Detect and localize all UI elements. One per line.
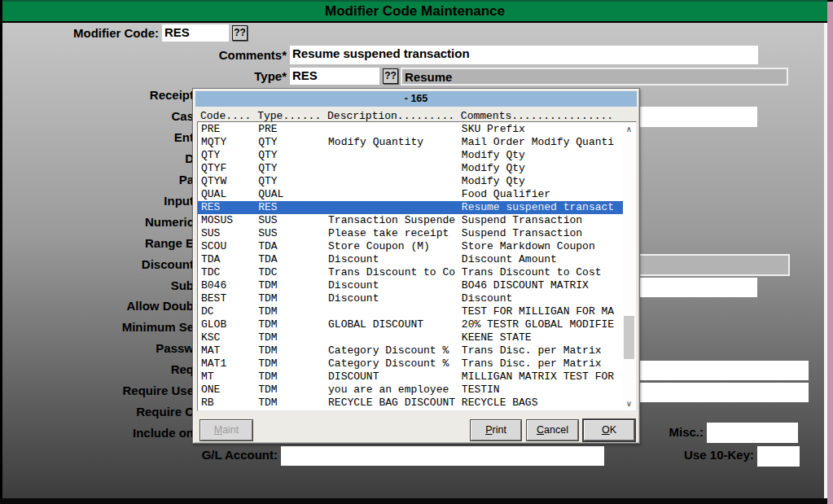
bottom-border xyxy=(0,498,827,504)
comments-label: Comments* xyxy=(195,48,287,62)
form-label-truncated: Range E xyxy=(31,236,194,250)
cancel-button[interactable]: Cancel xyxy=(527,420,578,440)
ok-button[interactable]: OK xyxy=(584,420,634,440)
use-10key-label: Use 10-Key: xyxy=(619,448,754,462)
maint-button: Maint xyxy=(200,420,252,440)
type-description-field: Resume xyxy=(401,68,788,85)
list-row[interactable]: PRE PRE SKU Prefix xyxy=(198,123,623,136)
form-label-truncated: Input xyxy=(31,194,194,208)
gl-account-input[interactable] xyxy=(281,446,604,466)
modifier-code-label: Modifier Code: xyxy=(33,26,159,40)
scroll-down-icon[interactable]: ∨ xyxy=(623,398,635,409)
modifier-code-lookup-button[interactable]: ?? xyxy=(232,25,248,41)
right-edge-strip xyxy=(827,2,833,504)
window-title: Modifier Code Maintenance xyxy=(2,2,827,21)
misc-input[interactable] xyxy=(707,423,798,443)
form-label-truncated: D xyxy=(31,151,194,165)
form-label-truncated: Allow Doub xyxy=(31,299,194,313)
form-label-truncated: Minimum Se xyxy=(31,320,194,334)
form-label-truncated: Require C xyxy=(31,405,194,419)
form-label-truncated: Discount xyxy=(31,257,194,271)
list-row[interactable]: BEST TDM Discount Discount xyxy=(198,292,623,305)
form-label-truncated: Pa xyxy=(31,173,194,186)
comments-input[interactable]: Resume suspened transaction xyxy=(290,46,758,64)
list-row[interactable]: B046 TDM Discount BO46 DISCOUNT MATRIX xyxy=(198,279,623,292)
list-row[interactable]: QTY QTY Modify Qty xyxy=(198,149,623,162)
use-10key-input[interactable] xyxy=(757,446,800,467)
code-list-rows: PRE PRE SKU PrefixMQTY QTY Modify Quanti… xyxy=(198,123,623,410)
form-label-truncated: Include on xyxy=(31,426,194,440)
list-row[interactable]: SUS SUS Please take receipt Suspend Tran… xyxy=(198,227,623,240)
list-row[interactable]: MOSUS SUS Transaction Suspende Suspend T… xyxy=(198,214,623,227)
list-row[interactable]: TDA TDA Discount Discount Amount xyxy=(198,253,623,266)
print-button[interactable]: Print xyxy=(471,420,521,440)
list-row[interactable]: RB TDM RECYCLE BAG DISCOUNT RECYCLE BAGS xyxy=(198,397,623,410)
list-row[interactable]: QTYF QTY Modify Qty xyxy=(198,162,623,175)
list-row[interactable]: MAT TDM Category Discount % Trans Disc. … xyxy=(198,344,623,357)
lookup-dialog: - 165 Code.... Type...... Description...… xyxy=(192,88,640,444)
type-lookup-button[interactable]: ?? xyxy=(383,68,398,84)
list-row[interactable]: QTYW QTY Modify Qty xyxy=(198,175,623,188)
modifier-code-input[interactable]: RES xyxy=(162,24,229,42)
form-label-truncated: Receipt xyxy=(31,88,194,102)
form-label-truncated: Require Use xyxy=(31,383,194,397)
gl-account-label: G/L Account: xyxy=(147,448,278,462)
form-label-truncated: Sub xyxy=(31,278,194,292)
list-row[interactable]: SCOU TDA Store Coupon (M) Store Markdown… xyxy=(198,240,623,253)
list-row[interactable]: MT TDM DISCOUNT MILLIGAN MATRIX TEST FOR xyxy=(198,370,623,383)
form-label-truncated: Req xyxy=(31,362,194,376)
modifier-code-maintenance-window: Modifier Code Maintenance Modifier Code:… xyxy=(0,0,833,504)
code-list-box: PRE PRE SKU PrefixMQTY QTY Modify Quanti… xyxy=(197,121,637,411)
window-title-bar: Modifier Code Maintenance xyxy=(2,0,827,23)
form-label-truncated: Ent xyxy=(31,130,194,144)
list-row[interactable]: DC TDM TEST FOR MILLIGAN FOR MA xyxy=(198,305,623,318)
list-row[interactable]: KSC TDM KEENE STATE xyxy=(198,331,623,344)
lookup-dialog-title-bar[interactable]: - 165 xyxy=(195,91,637,107)
type-label: Type* xyxy=(195,69,287,83)
form-label-truncated: Passw xyxy=(31,341,194,355)
list-row[interactable]: TDC TDC Trans Discount to Co Trans Disco… xyxy=(198,266,623,279)
list-row[interactable]: ONE TDM you are an employee TESTIN xyxy=(198,383,623,397)
list-row[interactable]: QUAL QUAL Food Qualifier xyxy=(198,188,623,201)
list-row[interactable]: GLOB TDM GLOBAL DISCOUNT 20% TESTR GLOBA… xyxy=(198,318,623,331)
list-column-headers: Code.... Type...... Description.........… xyxy=(200,110,613,122)
list-row[interactable]: MQTY QTY Modify Quantity Mail Order Modi… xyxy=(198,136,623,149)
scrollbar[interactable]: ∧ ∨ xyxy=(623,123,635,410)
list-row[interactable]: MAT1 TDM Category Discount % Trans Disc.… xyxy=(198,357,623,370)
list-row[interactable]: RES RES Resume suspened transact xyxy=(198,201,623,214)
scroll-up-icon[interactable]: ∧ xyxy=(623,124,635,134)
scroll-thumb[interactable] xyxy=(624,316,634,359)
type-input[interactable]: RES xyxy=(290,68,379,85)
form-label-truncated: Numeric xyxy=(31,215,194,229)
form-label-truncated: Cas xyxy=(31,109,194,123)
